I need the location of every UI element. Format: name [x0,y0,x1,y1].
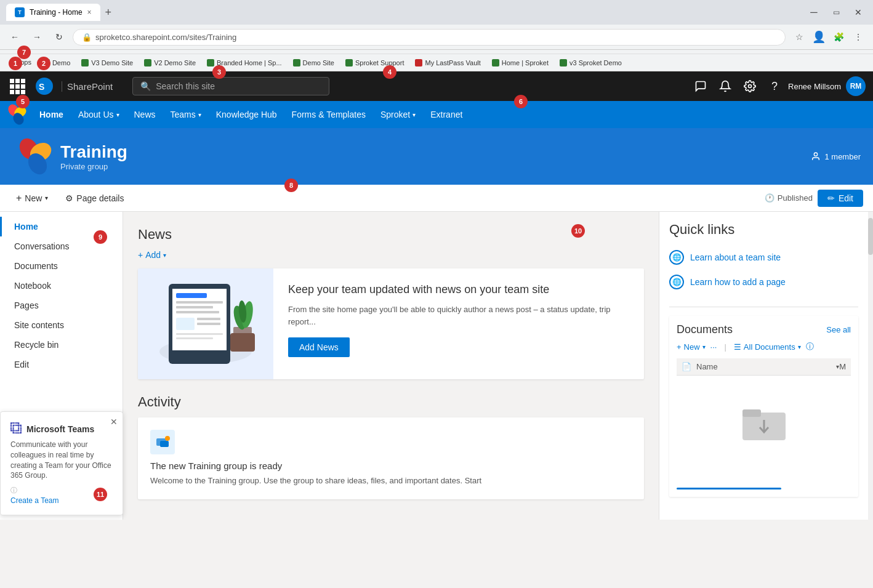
news-section-title: News [138,227,644,243]
waffle-menu-btn[interactable] [7,76,27,96]
browser-icon-group: ☆ 👤 🧩 ⋮ [791,28,867,46]
chat-icon[interactable] [690,75,712,97]
sidebar-item-edit[interactable]: Edit [0,355,123,374]
docs-filter-btn[interactable]: ☰ All Documents ▾ [734,342,801,352]
svg-text:S: S [39,82,44,92]
bookmark-apps[interactable]: ⠿ apps [5,57,36,68]
globe-icon-1: 🌐 [669,250,684,265]
filter-icon: ☰ [734,342,741,352]
pencil-icon: ✏ [827,193,835,203]
activity-card-title: The new Training group is ready [150,461,632,471]
svg-rect-17 [176,318,195,330]
members-text: 1 member [824,152,861,161]
sidebar-item-home[interactable]: Home [0,217,123,236]
plus-icon: + [16,193,22,204]
bookmark-star-btn[interactable]: ☆ [791,28,808,46]
edit-btn[interactable]: ✏ Edit [818,190,863,207]
bookmark-branded[interactable]: Branded Home | Sp... [202,57,287,68]
clock-icon: 🕐 [765,193,774,203]
maximize-btn[interactable]: ▭ [827,4,845,21]
user-avatar[interactable]: RM [846,76,866,96]
nav-knowledge-hub[interactable]: Knowledge Hub [209,101,284,128]
svg-rect-14 [176,301,223,304]
sidebar-item-pages[interactable]: Pages [0,296,123,315]
nav-about-us[interactable]: About Us ▾ [71,101,127,128]
gear-small-icon: ⚙ [65,193,73,203]
docs-info-btn[interactable]: ⓘ [806,341,814,352]
activity-card: The new Training group is ready Welcome … [138,417,644,499]
minimize-btn[interactable]: ─ [805,4,823,21]
published-text: Published [778,193,813,203]
sidebar-item-notebook[interactable]: Notebook [0,276,123,296]
news-card-title: Keep your team updated with news on your… [288,283,629,296]
bookmark-v3demo[interactable]: V3 Demo Site [76,57,138,68]
docs-loading-bar [677,488,781,489]
sidebar-item-documents[interactable]: Documents [0,256,123,276]
docs-toolbar: + New ▾ ··· | ☰ All Documents ▾ ⓘ [677,341,851,352]
docs-more-btn[interactable]: ··· [710,342,717,352]
new-tab-btn[interactable]: + [105,6,112,19]
page-details-btn[interactable]: ⚙ Page details [59,191,130,206]
close-window-btn[interactable]: ✕ [850,4,867,21]
bookmark-demosite[interactable]: Demo Site [288,57,339,68]
members-count[interactable]: 1 member [811,151,861,161]
docs-empty-state [677,376,851,483]
docs-table-header: 📄 Name ▾ M [677,358,851,376]
forward-btn[interactable]: → [28,28,46,46]
refresh-btn[interactable]: ↻ [50,28,68,46]
bookmark-v3sproket[interactable]: v3 Sproket Demo [555,57,627,68]
news-illustration [144,272,267,376]
scrollbar-track[interactable] [868,212,873,520]
nav-extranet[interactable]: Extranet [423,101,470,128]
back-btn[interactable]: ← [6,28,23,46]
nav-teams[interactable]: Teams ▾ [163,101,209,128]
docs-new-label: New [684,342,700,352]
browser-menu-btn[interactable]: ⋮ [850,28,867,46]
notifications-icon[interactable] [714,75,736,97]
bookmark-home-sproket[interactable]: Home | Sproket [487,57,553,68]
docs-new-btn[interactable]: + New ▾ [677,342,706,352]
name-col-header: Name [696,362,835,371]
tab-close-btn[interactable]: × [87,8,92,17]
quick-link-1[interactable]: 🌐 Learn about a team site [669,245,858,270]
create-team-link[interactable]: Create a Team [10,496,59,505]
teams-popup-close-btn[interactable]: ✕ [110,417,118,427]
settings-icon[interactable] [739,75,761,97]
nav-forms-templates[interactable]: Forms & Templates [284,101,373,128]
extension-btn[interactable]: 🧩 [830,28,847,46]
tab-favicon: T [15,7,25,17]
svg-rect-21 [176,337,213,339]
profile-btn[interactable]: 👤 [810,28,827,46]
quick-link-2[interactable]: 🌐 Learn how to add a page [669,270,858,294]
nav-news[interactable]: News [127,101,163,128]
news-add-btn[interactable]: + Add ▾ [138,250,644,260]
news-add-label: Add [145,250,161,260]
bookmark-demo[interactable]: Demo [38,57,75,68]
nav-sproket[interactable]: Sproket ▾ [373,101,423,128]
search-icon: 🔍 [140,81,151,91]
empty-folder-icon [739,400,789,443]
sidebar-item-conversations[interactable]: Conversations [0,236,123,256]
documents-section: Documents See all + New ▾ ··· | ☰ All Do… [669,316,858,497]
help-icon[interactable]: ? [763,75,786,97]
docs-see-all-btn[interactable]: See all [826,325,851,334]
bookmark-v2demo[interactable]: V2 Demo Site [139,57,201,68]
browser-tab[interactable]: T Training - Home × [6,4,100,21]
docs-empty-icon [689,400,839,452]
bookmark-sproket-support[interactable]: Sproket Support [340,57,409,68]
add-news-btn[interactable]: Add News [288,337,350,357]
o365-logo-icon: S [34,76,54,96]
search-box[interactable]: 🔍 [132,77,329,95]
bookmark-lastpass[interactable]: My LastPass Vault [410,57,485,68]
search-input[interactable] [156,81,321,91]
scrollbar-thumb[interactable] [868,218,873,255]
new-btn[interactable]: + New ▾ [10,190,54,206]
nav-home[interactable]: Home [32,101,71,128]
news-image [138,268,273,379]
sidebar-item-recycle-bin[interactable]: Recycle bin [0,335,123,355]
address-bar[interactable]: 🔒 sproketco.sharepoint.com/sites/Trainin… [73,29,786,46]
sidebar-item-site-contents[interactable]: Site contents [0,315,123,335]
svg-rect-29 [160,441,169,447]
teams-popup-desc: Communicate with your colleagues in real… [10,440,113,481]
docs-header: Documents See all [677,323,851,336]
